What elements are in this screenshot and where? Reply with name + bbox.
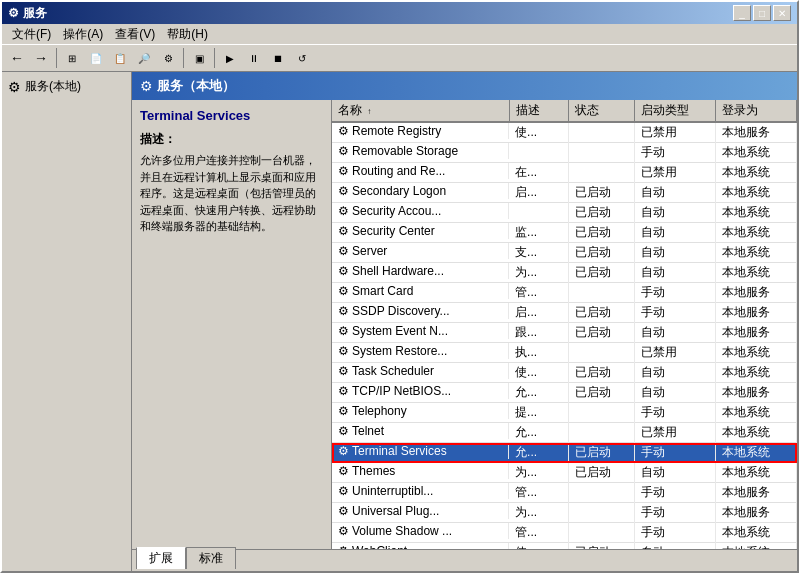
tab-extended[interactable]: 扩展 (136, 547, 186, 569)
toolbar: ← → ⊞ 📄 📋 🔎 ⚙ ▣ ▶ ⏸ ⏹ ↺ (2, 44, 797, 72)
cell-desc: 允... (509, 383, 569, 403)
cell-name: ⚙Telnet (332, 423, 509, 439)
menu-file[interactable]: 文件(F) (6, 24, 57, 45)
play-button[interactable]: ▶ (219, 47, 241, 69)
service-icon: ⚙ (338, 144, 349, 158)
service-icon: ⚙ (338, 304, 349, 318)
cell-name: ⚙Remote Registry (332, 123, 509, 139)
cell-name: ⚙System Restore... (332, 343, 509, 359)
col-header-logon[interactable]: 登录为 (715, 100, 796, 122)
cell-name: ⚙TCP/IP NetBIOS... (332, 383, 509, 399)
pause-button[interactable]: ⏸ (243, 47, 265, 69)
cell-name: ⚙Terminal Services (332, 443, 509, 459)
cell-status (569, 343, 634, 363)
service-name-text: Universal Plug... (352, 504, 439, 518)
col-header-name[interactable]: 名称 ↑ (332, 100, 509, 122)
main-content: ⚙ 服务(本地) ⚙ 服务（本地） Terminal Services 描述： … (2, 72, 797, 571)
table-row[interactable]: ⚙Removable Storage手动本地系统 (332, 143, 797, 163)
show-hide-button[interactable]: ⊞ (61, 47, 83, 69)
stop-button[interactable]: ⏹ (267, 47, 289, 69)
description-pane: Terminal Services 描述： 允许多位用户连接并控制一台机器，并且… (132, 100, 332, 549)
cell-status (569, 283, 634, 303)
cell-desc: 管... (509, 283, 569, 303)
table-row[interactable]: ⚙Remote Registry使...已禁用本地服务 (332, 122, 797, 143)
table-row[interactable]: ⚙System Restore...执...已禁用本地系统 (332, 343, 797, 363)
menu-view[interactable]: 查看(V) (109, 24, 161, 45)
cell-logon: 本地系统 (715, 203, 796, 223)
tab-standard[interactable]: 标准 (186, 547, 236, 569)
cell-status (569, 523, 634, 543)
table-row[interactable]: ⚙Volume Shadow ...管...手动本地系统 (332, 523, 797, 543)
col-header-status[interactable]: 状态 (569, 100, 634, 122)
table-row[interactable]: ⚙Security Center监...已启动自动本地系统 (332, 223, 797, 243)
cell-name: ⚙Routing and Re... (332, 163, 509, 179)
service-name-text: Telephony (352, 404, 407, 418)
table-row[interactable]: ⚙Shell Hardware...为...已启动自动本地系统 (332, 263, 797, 283)
table-row[interactable]: ⚙Secondary Logon启...已启动自动本地系统 (332, 183, 797, 203)
cell-logon: 本地系统 (715, 223, 796, 243)
cell-logon: 本地系统 (715, 143, 796, 163)
table-row[interactable]: ⚙Uninterruptibl...管...手动本地服务 (332, 483, 797, 503)
service-name-text: System Event N... (352, 324, 448, 338)
service-name-text: Terminal Services (352, 444, 447, 458)
table-row[interactable]: ⚙System Event N...跟...已启动自动本地服务 (332, 323, 797, 343)
title-bar-icon: ⚙ (8, 6, 19, 20)
view-button[interactable]: 🔎 (133, 47, 155, 69)
service-icon: ⚙ (338, 404, 349, 418)
desc-text: 允许多位用户连接并控制一台机器，并且在远程计算机上显示桌面和应用程序。这是远程桌… (140, 152, 323, 235)
menu-help[interactable]: 帮助(H) (161, 24, 214, 45)
service-list-container[interactable]: 名称 ↑ 描述 状态 启动类型 登录为 ⚙Remote Registry使...… (332, 100, 797, 549)
cell-startup: 手动 (634, 443, 715, 463)
grid-button[interactable]: ▣ (188, 47, 210, 69)
table-row[interactable]: ⚙Telnet允...已禁用本地系统 (332, 423, 797, 443)
table-row[interactable]: ⚙Terminal Services允...已启动手动本地系统 (332, 443, 797, 463)
table-row[interactable]: ⚙Security Accou...已启动自动本地系统 (332, 203, 797, 223)
service-name-text: Secondary Logon (352, 184, 446, 198)
menu-action[interactable]: 操作(A) (57, 24, 109, 45)
forward-button[interactable]: → (30, 47, 52, 69)
cell-desc: 允... (509, 443, 569, 463)
service-icon: ⚙ (338, 204, 349, 218)
table-row[interactable]: ⚙TCP/IP NetBIOS...允...已启动自动本地服务 (332, 383, 797, 403)
cell-desc: 启... (509, 183, 569, 203)
cell-logon: 本地系统 (715, 523, 796, 543)
table-row[interactable]: ⚙SSDP Discovery...启...已启动手动本地服务 (332, 303, 797, 323)
copy-button[interactable]: 📋 (109, 47, 131, 69)
minimize-button[interactable]: _ (733, 5, 751, 21)
cell-status: 已启动 (569, 263, 634, 283)
cell-logon: 本地系统 (715, 463, 796, 483)
panel-header-title: 服务（本地） (157, 77, 235, 95)
cell-status (569, 163, 634, 183)
table-row[interactable]: ⚙Telephony提...手动本地系统 (332, 403, 797, 423)
table-row[interactable]: ⚙Universal Plug...为...手动本地服务 (332, 503, 797, 523)
cell-name: ⚙Volume Shadow ... (332, 523, 509, 539)
up-button[interactable]: 📄 (85, 47, 107, 69)
table-row[interactable]: ⚙Routing and Re...在...已禁用本地系统 (332, 163, 797, 183)
cell-name: ⚙Removable Storage (332, 143, 509, 159)
table-row[interactable]: ⚙Smart Card管...手动本地服务 (332, 283, 797, 303)
cell-status (569, 503, 634, 523)
cell-logon: 本地系统 (715, 183, 796, 203)
back-button[interactable]: ← (6, 47, 28, 69)
cell-status: 已启动 (569, 303, 634, 323)
cell-startup: 自动 (634, 463, 715, 483)
table-row[interactable]: ⚙Themes为...已启动自动本地系统 (332, 463, 797, 483)
properties-button[interactable]: ⚙ (157, 47, 179, 69)
table-row[interactable]: ⚙Task Scheduler使...已启动自动本地系统 (332, 363, 797, 383)
cell-desc: 监... (509, 223, 569, 243)
maximize-button[interactable]: □ (753, 5, 771, 21)
title-bar: ⚙ 服务 _ □ ✕ (2, 2, 797, 24)
restart-button[interactable]: ↺ (291, 47, 313, 69)
table-row[interactable]: ⚙Server支...已启动自动本地系统 (332, 243, 797, 263)
cell-status: 已启动 (569, 203, 634, 223)
service-icon: ⚙ (338, 164, 349, 178)
cell-startup: 手动 (634, 503, 715, 523)
sidebar-icon: ⚙ (8, 79, 21, 95)
cell-desc: 管... (509, 523, 569, 543)
close-button[interactable]: ✕ (773, 5, 791, 21)
toolbar-sep-1 (56, 48, 57, 68)
col-header-startup[interactable]: 启动类型 (634, 100, 715, 122)
service-name-text: Uninterruptibl... (352, 484, 433, 498)
col-header-desc[interactable]: 描述 (509, 100, 569, 122)
cell-status (569, 483, 634, 503)
